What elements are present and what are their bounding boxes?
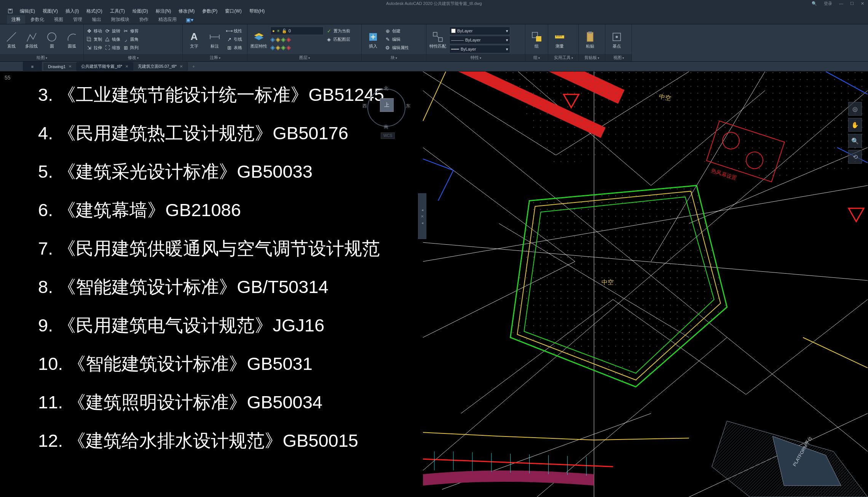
panel-props: 特性匹配 ByLayer▾ ———ByLayer▾ ━━━ByLayer▾ 特性… — [426, 24, 525, 61]
navigation-bar: ◎ ✋ 🔍 ⟲ — [848, 102, 863, 164]
dim-button[interactable]: 标注 — [206, 27, 224, 53]
attr-button[interactable]: ⚙编辑属性 — [385, 43, 409, 52]
wcs-indicator[interactable]: WCS — [381, 132, 395, 139]
search-icon[interactable]: 🔍 — [812, 1, 817, 6]
tab-annotate[interactable]: 注释 — [7, 15, 25, 24]
min-icon[interactable]: — — [839, 1, 843, 6]
line-button[interactable]: 直线 — [2, 27, 20, 53]
menu-help[interactable]: 帮助(H) — [246, 7, 268, 15]
fillet-button[interactable]: ◞圆角 — [123, 35, 139, 43]
panel-util: 测量 实用工具▾ — [548, 24, 579, 61]
viewport-splitter[interactable]: ◂✕◂ — [418, 193, 426, 239]
tab-featured[interactable]: 精选应用 — [154, 15, 181, 24]
group-button[interactable]: 组 — [528, 27, 546, 53]
layer-icon[interactable]: ◈ — [286, 44, 291, 51]
right-viewport[interactable]: 中空 热风幕设置 中空 — [423, 72, 868, 497]
text-line: 6. 《建筑幕墙》GB21086 — [38, 191, 423, 229]
tab-parametric[interactable]: 参数化 — [26, 15, 49, 24]
arc-button[interactable]: 圆弧 — [63, 27, 81, 53]
layer-icon[interactable]: ◈ — [270, 36, 275, 43]
svg-rect-11 — [536, 36, 541, 41]
menu-bar: 编辑(E) 视图(V) 插入(I) 格式(O) 工具(T) 绘图(D) 标注(N… — [0, 7, 868, 15]
layer-icon[interactable]: ◈ — [276, 44, 280, 51]
linear-button[interactable]: ⟷线性 — [226, 27, 242, 35]
start-tab[interactable]: ≡ — [23, 62, 42, 72]
menu-insert[interactable]: 插入(I) — [62, 7, 82, 15]
zoom-icon[interactable]: 🔍 — [848, 134, 862, 148]
array-button[interactable]: ⊞阵列 — [123, 43, 139, 52]
tab-collab[interactable]: 协作 — [135, 15, 153, 24]
close-tab-icon[interactable]: ✕ — [69, 64, 72, 68]
menu-draw[interactable]: 绘图(D) — [129, 7, 151, 15]
leader-button[interactable]: ↗引线 — [226, 35, 242, 43]
tab-overflow-icon[interactable]: ▣▾ — [186, 17, 193, 23]
layer-icon[interactable]: ◈ — [276, 36, 280, 43]
match-layer-button[interactable]: ◈匹配图层 — [326, 35, 350, 43]
move-button[interactable]: ✥移动 — [86, 27, 102, 35]
menu-param[interactable]: 参数(P) — [199, 7, 220, 15]
text-button[interactable]: A文字 — [185, 27, 203, 53]
menu-edit[interactable]: 编辑(E) — [17, 7, 38, 15]
layer-dropdown[interactable]: ●☀🔓0 — [270, 27, 324, 35]
copy-button[interactable]: ⿻复制 — [86, 35, 102, 43]
login-link[interactable]: 登录 — [824, 1, 832, 6]
menu-window[interactable]: 窗口(W) — [222, 7, 244, 15]
text-line: 4. 《民用建筑热工设计规范》GB50176 — [38, 114, 423, 152]
table-button[interactable]: ⊞表格 — [226, 43, 242, 52]
menu-format[interactable]: 格式(O) — [83, 7, 105, 15]
panel-annotate: A文字 标注 ⟷线性 ↗引线 ⊞表格 注释▾ — [183, 24, 247, 61]
stretch-button[interactable]: ⇲拉伸 — [86, 43, 102, 52]
doc-tab-2[interactable]: 公共建筑节能专篇_t8*✕ — [77, 62, 133, 71]
tab-view[interactable]: 视图 — [49, 15, 68, 24]
insert-button[interactable]: 插入 — [364, 27, 382, 53]
doc-tab-1[interactable]: Drawing1✕ — [43, 63, 77, 70]
polyline-button[interactable]: 多段线 — [22, 27, 40, 53]
tab-manage[interactable]: 管理 — [69, 15, 87, 24]
orbit-icon[interactable]: ⟲ — [848, 150, 862, 164]
svg-rect-8 — [433, 32, 437, 36]
menu-tools[interactable]: 工具(T) — [107, 7, 128, 15]
tab-addins[interactable]: 附加模块 — [107, 15, 134, 24]
max-icon[interactable]: ☐ — [850, 1, 854, 6]
steering-wheel-icon[interactable]: ◎ — [848, 102, 862, 116]
close-tab-icon[interactable]: ✕ — [180, 64, 183, 68]
menu-view[interactable]: 视图(V) — [40, 7, 61, 15]
mirror-button[interactable]: ⧋镜像 — [104, 35, 120, 43]
tab-output[interactable]: 输出 — [88, 15, 106, 24]
match-props-button[interactable]: 特性匹配 — [429, 27, 447, 53]
paste-button[interactable]: 粘贴 — [581, 27, 599, 53]
pan-icon[interactable]: ✋ — [848, 118, 862, 132]
left-viewport[interactable]: 3. 《工业建筑节能设计统一标准》GB51245 4. 《民用建筑热工设计规范》… — [0, 72, 423, 497]
edit-button[interactable]: ✎编辑 — [385, 35, 409, 43]
base-button[interactable]: 基点 — [608, 27, 626, 53]
svg-line-31 — [746, 299, 868, 395]
close-icon[interactable]: ✕ — [861, 1, 864, 6]
menu-modify[interactable]: 修改(M) — [176, 7, 198, 15]
text-line: 7. 《民用建筑供暖通风与空气调节设计规范 — [38, 229, 423, 268]
create-button[interactable]: ⊕创建 — [385, 27, 409, 35]
layer-icon[interactable]: ◈ — [281, 36, 286, 43]
new-tab-button[interactable]: ＋ — [188, 62, 199, 71]
layer-icon[interactable]: ◈ — [270, 44, 275, 51]
lineweight-dropdown[interactable]: ━━━ByLayer▾ — [449, 45, 510, 53]
layer-props-button[interactable]: 图层特性 — [250, 27, 268, 53]
layer-icon[interactable]: ◈ — [286, 36, 291, 43]
save-icon[interactable] — [8, 8, 13, 14]
doc-tab-3[interactable]: 无建筑立面05.07_t8*✕ — [133, 62, 188, 71]
menu-dim[interactable]: 标注(N) — [153, 7, 174, 15]
trim-button[interactable]: ✂修剪 — [123, 27, 139, 35]
layer-icon[interactable]: ◈ — [281, 44, 286, 51]
app-title: Autodesk AutoCAD 2020 公共建筑节能专篇_t8.dwg — [386, 1, 482, 6]
svg-rect-1 — [9, 9, 11, 11]
rotate-button[interactable]: ⟳旋转 — [104, 27, 120, 35]
panel-block: 插入 ⊕创建 ✎编辑 ⚙编辑属性 块▾ — [362, 24, 426, 61]
linetype-dropdown[interactable]: ———ByLayer▾ — [449, 36, 510, 44]
close-tab-icon[interactable]: ✕ — [125, 64, 128, 68]
view-cube[interactable]: 上 北 南 东 西 — [365, 87, 407, 129]
color-dropdown[interactable]: ByLayer▾ — [449, 27, 510, 35]
measure-button[interactable]: 测量 — [550, 27, 569, 53]
cad-drawing: 中空 热风幕设置 中空 — [423, 72, 868, 497]
set-current-button[interactable]: ✓置为当前 — [326, 27, 350, 35]
circle-button[interactable]: 圆 — [43, 27, 61, 53]
scale-button[interactable]: ⛶缩放 — [104, 43, 120, 52]
